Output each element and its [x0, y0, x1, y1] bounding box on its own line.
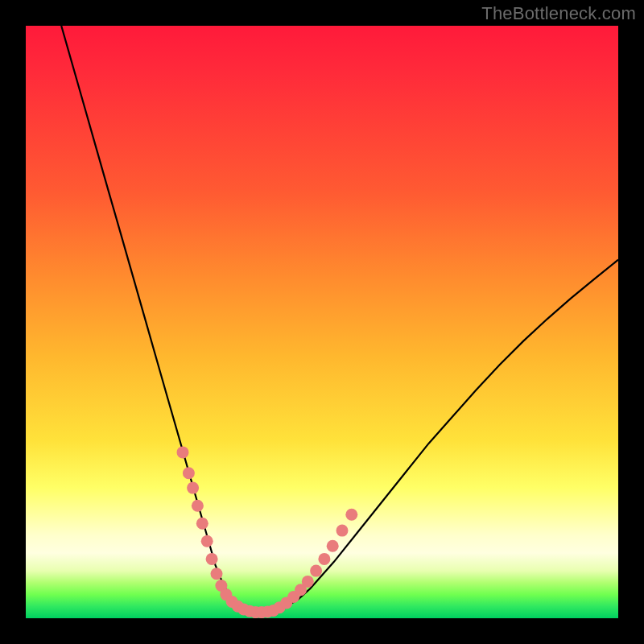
- highlighted-dots: [177, 446, 358, 618]
- dot: [187, 482, 199, 494]
- plot-area: [26, 26, 618, 618]
- chart-frame: TheBottleneck.com: [0, 0, 644, 644]
- dot: [345, 509, 357, 521]
- dot: [177, 446, 189, 458]
- dot: [327, 540, 339, 552]
- dot: [183, 467, 195, 479]
- dot: [302, 576, 314, 588]
- dot: [196, 518, 208, 530]
- dot: [206, 553, 218, 565]
- dot: [211, 568, 223, 580]
- chart-svg: [26, 26, 618, 618]
- dot: [201, 535, 213, 547]
- watermark-text: TheBottleneck.com: [481, 3, 636, 24]
- bottleneck-curve: [61, 26, 618, 613]
- dot: [336, 525, 349, 537]
- dot: [318, 553, 330, 565]
- dot: [192, 500, 204, 512]
- dot: [310, 565, 322, 577]
